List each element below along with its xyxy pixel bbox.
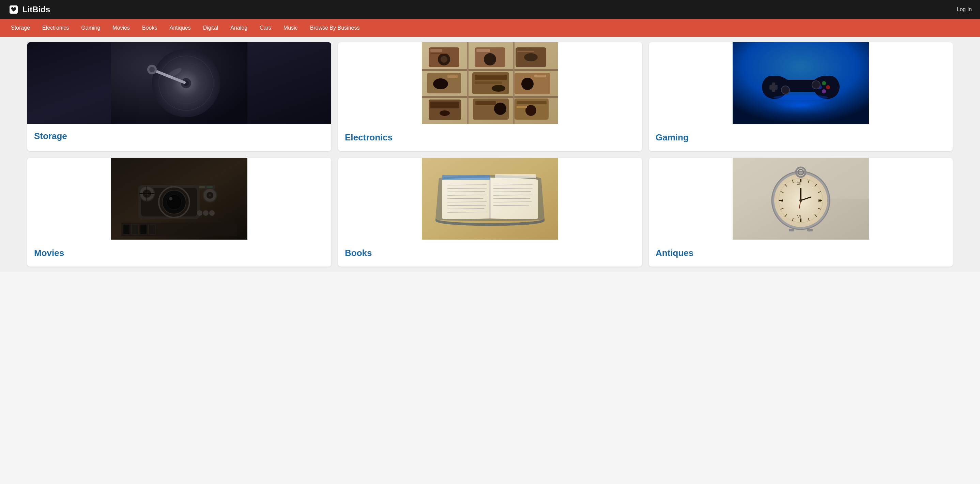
nav-item-movies[interactable]: Movies [107,22,135,34]
category-image-antiques: XII III VI IX [649,158,953,241]
svg-rect-13 [422,96,558,98]
svg-point-25 [524,53,538,61]
svg-rect-14 [467,42,469,124]
category-image-electronics [338,42,642,126]
svg-rect-19 [430,49,442,52]
svg-line-93 [447,212,487,212]
svg-line-96 [493,191,531,192]
svg-line-90 [447,202,487,202]
svg-rect-12 [422,69,558,71]
svg-rect-80 [123,224,130,234]
svg-point-42 [494,103,506,115]
svg-text:IX: IX [780,199,783,203]
svg-rect-136 [807,229,813,231]
svg-line-89 [447,198,483,199]
category-label-movies: Movies [27,241,331,266]
category-label-antiques: Antiques [649,241,953,266]
svg-text:XII: XII [797,182,801,186]
category-image-gaming [649,42,953,126]
svg-point-52 [826,85,830,89]
svg-point-76 [197,210,202,216]
svg-point-51 [822,81,826,85]
svg-rect-41 [475,101,496,105]
category-card-electronics[interactable]: Electronics [338,42,642,151]
svg-point-45 [525,105,536,116]
svg-line-88 [447,195,487,195]
svg-point-64 [169,197,172,201]
svg-rect-31 [475,75,507,80]
svg-rect-81 [132,224,138,234]
svg-point-9 [149,67,155,72]
svg-line-98 [493,198,530,199]
svg-point-35 [521,78,534,90]
svg-rect-29 [447,75,458,78]
svg-rect-15 [513,42,514,124]
svg-point-134 [799,199,802,202]
svg-point-63 [167,194,181,210]
category-card-antiques[interactable]: XII III VI IX Antiques [649,158,953,266]
svg-point-33 [492,85,505,92]
svg-rect-38 [430,102,459,108]
main-content: Storage [0,37,980,272]
logo-text: LitBids [22,5,50,14]
svg-line-86 [447,188,487,188]
nav-item-music[interactable]: Music [278,22,303,34]
nav-item-electronics[interactable]: Electronics [37,22,74,34]
svg-point-78 [209,210,215,216]
svg-point-77 [203,210,208,216]
svg-rect-23 [476,49,490,52]
navbar: Storage Electronics Gaming Movies Books … [0,19,980,37]
svg-point-18 [441,56,447,63]
svg-point-72 [209,194,211,196]
svg-rect-46 [517,106,527,108]
svg-line-95 [493,188,533,188]
svg-line-97 [493,195,533,195]
svg-line-91 [447,205,486,205]
category-image-books [338,158,642,241]
logo-icon [8,4,19,15]
svg-rect-102 [442,175,490,180]
svg-rect-82 [140,224,147,234]
category-label-gaming: Gaming [649,126,953,151]
svg-line-100 [493,205,529,205]
svg-rect-79 [121,223,237,236]
nav-item-browse-by-business[interactable]: Browse By Business [305,22,365,34]
svg-point-56 [812,81,820,89]
category-card-books[interactable]: Books [338,158,642,266]
svg-rect-36 [534,75,546,77]
svg-rect-50 [769,85,778,90]
svg-rect-26 [517,51,534,52]
category-card-movies[interactable]: Movies [27,158,331,266]
nav-item-analog[interactable]: Analog [225,22,253,34]
svg-rect-32 [475,81,502,84]
svg-point-28 [433,78,448,89]
category-card-gaming[interactable]: Gaming [649,42,953,151]
svg-text:VI: VI [797,215,801,219]
category-image-storage [27,42,331,124]
login-button[interactable]: Log In [957,6,972,13]
category-label-electronics: Electronics [338,126,642,151]
category-card-storage[interactable]: Storage [27,42,331,151]
nav-item-gaming[interactable]: Gaming [76,22,106,34]
svg-point-55 [781,86,789,94]
nav-item-antiques[interactable]: Antiques [164,22,196,34]
svg-line-87 [447,191,485,192]
svg-point-22 [484,53,496,65]
category-label-storage: Storage [27,124,331,150]
svg-line-99 [493,202,531,202]
nav-item-books[interactable]: Books [137,22,162,34]
svg-rect-74 [199,186,205,188]
svg-text:III: III [818,199,821,203]
nav-item-digital[interactable]: Digital [197,22,224,34]
header: LitBids Log In [0,0,980,19]
nav-item-cars[interactable]: Cars [254,22,277,34]
logo[interactable]: LitBids [8,4,50,15]
svg-rect-44 [517,101,547,104]
svg-rect-75 [207,186,213,188]
svg-rect-103 [495,174,536,178]
svg-line-92 [447,209,484,209]
svg-rect-135 [789,229,794,231]
svg-rect-83 [149,224,155,234]
nav-item-storage[interactable]: Storage [5,22,35,34]
svg-point-57 [773,95,828,100]
